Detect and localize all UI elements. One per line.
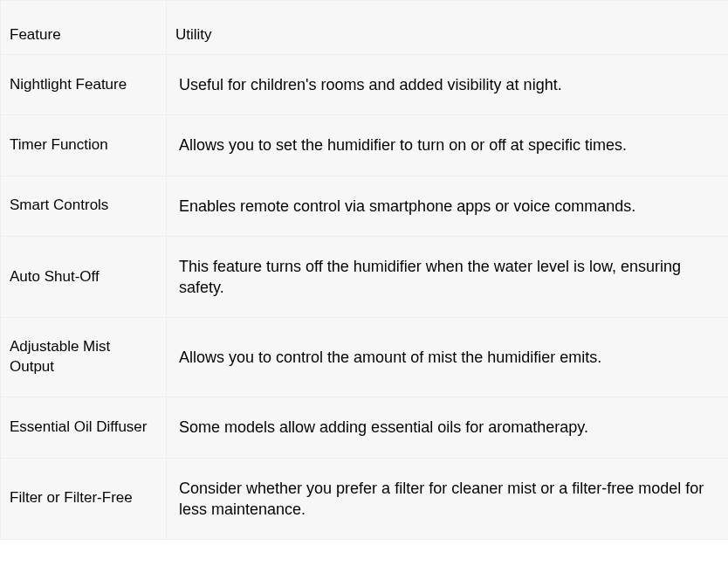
cell-utility: Consider whether you prefer a filter for… [167,458,729,540]
cell-feature: Essential Oil Diffuser [1,397,167,458]
table-row: Adjustable Mist Output Allows you to con… [1,318,729,397]
table-row: Auto Shut-Off This feature turns off the… [1,236,729,318]
cell-utility: Allows you to set the humidifier to turn… [167,115,729,176]
table-row: Filter or Filter-Free Consider whether y… [1,458,729,540]
cell-utility: Allows you to control the amount of mist… [167,318,729,397]
table-row: Nightlight Feature Useful for children's… [1,54,729,114]
table-row: Smart Controls Enables remote control vi… [1,176,729,236]
cell-feature: Nightlight Feature [1,54,167,114]
col-header-feature: Feature [1,1,167,55]
cell-utility: This feature turns off the humidifier wh… [167,236,729,318]
cell-feature: Timer Function [1,115,167,176]
col-header-utility: Utility [167,1,729,55]
cell-feature: Auto Shut-Off [1,236,167,318]
table-row: Timer Function Allows you to set the hum… [1,115,729,176]
cell-feature: Smart Controls [1,176,167,236]
cell-utility: Enables remote control via smartphone ap… [167,176,729,236]
cell-feature: Adjustable Mist Output [1,318,167,397]
table-row: Essential Oil Diffuser Some models allow… [1,397,729,458]
cell-utility: Useful for children's rooms and added vi… [167,54,729,114]
table-header-row: Feature Utility [1,1,729,55]
cell-utility: Some models allow adding essential oils … [167,397,729,458]
cell-feature: Filter or Filter-Free [1,458,167,540]
feature-table: Feature Utility Nightlight Feature Usefu… [0,0,728,540]
